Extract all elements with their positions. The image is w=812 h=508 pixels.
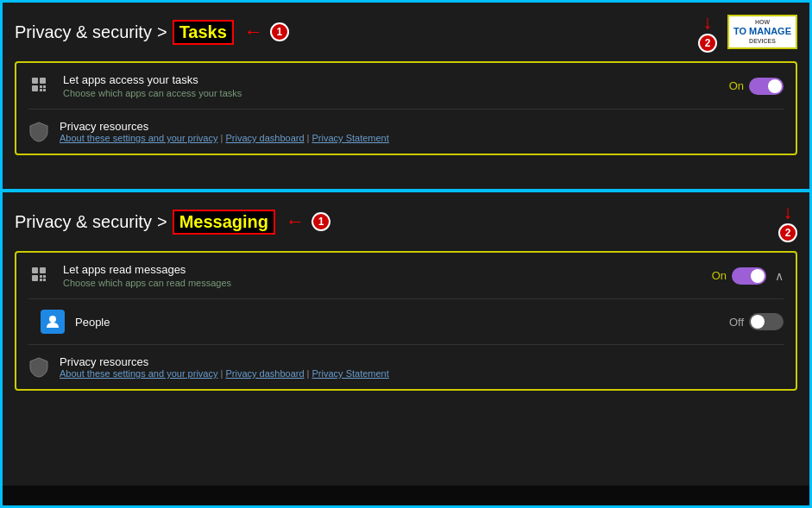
tasks-badge-2: 2 <box>698 34 717 53</box>
logo-line2: TO MANAGE <box>733 26 791 37</box>
messaging-arrow-down: ↓ <box>784 201 793 223</box>
messaging-toggle-label: On <box>712 269 727 282</box>
svg-rect-3 <box>40 85 42 88</box>
tasks-setting-icon <box>28 74 53 98</box>
tasks-toggle-label: On <box>729 79 744 92</box>
tasks-arrow-left: ← <box>244 21 263 43</box>
svg-rect-9 <box>32 275 38 281</box>
tasks-content-box: Let apps access your tasks Choose which … <box>15 61 797 155</box>
tasks-privacy-links: About these settings and your privacy | … <box>60 133 784 143</box>
messaging-breadcrumb-row: Privacy & security > Messaging ← 1 <box>15 210 330 235</box>
svg-rect-0 <box>32 78 38 84</box>
tasks-shield-icon <box>28 122 49 142</box>
tasks-privacy-text: Privacy resources About these settings a… <box>60 120 784 143</box>
tasks-setting-control[interactable]: On <box>729 78 784 95</box>
messaging-badge-2: 2 <box>778 223 797 242</box>
people-setting-control[interactable]: Off <box>729 313 784 330</box>
svg-rect-2 <box>32 85 38 91</box>
messaging-content-box: Let apps read messages Choose which apps… <box>15 251 797 391</box>
tasks-setting-row: Let apps access your tasks Choose which … <box>16 63 796 109</box>
tasks-header: Privacy & security > Tasks ← 1 ↓ 2 HOW T… <box>15 11 797 53</box>
people-toggle-label: Off <box>729 316 744 329</box>
messaging-title: Messaging <box>173 210 275 235</box>
messaging-privacy-text: Privacy resources About these settings a… <box>60 355 784 379</box>
tasks-setting-title: Let apps access your tasks <box>63 73 719 86</box>
logo-line1: HOW <box>733 19 791 26</box>
app-container: Privacy & security > Tasks ← 1 ↓ 2 HOW T… <box>0 0 812 508</box>
tasks-arrow-down: ↓ <box>702 11 712 34</box>
svg-rect-11 <box>43 275 46 278</box>
tasks-num2-area: ↓ 2 HOW TO MANAGE DEVICES <box>698 11 797 53</box>
svg-rect-7 <box>32 267 38 273</box>
messaging-setting-icon <box>28 264 53 288</box>
tasks-setting-text: Let apps access your tasks Choose which … <box>63 73 719 98</box>
people-app-icon <box>41 310 65 334</box>
messaging-setting-control[interactable]: On ∧ <box>712 267 784 285</box>
messaging-privacy-about[interactable]: About these settings and your privacy <box>60 368 217 379</box>
tasks-toggle[interactable] <box>749 78 784 95</box>
messaging-arrow-left: ← <box>286 210 305 233</box>
logo-line3: DEVICES <box>733 38 791 45</box>
messaging-shield-svg <box>29 357 48 378</box>
messaging-num2-area: ↓ 2 <box>778 201 797 242</box>
messaging-breadcrumb-text: Privacy & security <box>15 212 152 232</box>
tasks-badge-1: 1 <box>270 22 289 41</box>
messaging-privacy-statement[interactable]: Privacy Statement <box>312 368 389 379</box>
people-toggle[interactable] <box>749 313 784 330</box>
tasks-sep: > <box>157 22 167 42</box>
logo-badge: HOW TO MANAGE DEVICES <box>727 15 797 49</box>
messaging-setting-text: Let apps read messages Choose which apps… <box>63 263 702 288</box>
tasks-privacy-row: Privacy resources About these settings a… <box>16 110 796 154</box>
people-app-name: People <box>75 316 719 329</box>
tasks-privacy-about[interactable]: About these settings and your privacy <box>60 133 217 143</box>
messaging-sep: > <box>157 212 167 232</box>
tasks-privacy-title: Privacy resources <box>60 120 784 133</box>
svg-point-14 <box>49 316 56 323</box>
messaging-section: Privacy & security > Messaging ← 1 ↓ 2 <box>3 192 809 486</box>
tasks-toggle-thumb <box>768 79 782 93</box>
people-setting-text: People <box>75 316 719 329</box>
messaging-toggle[interactable] <box>732 267 766 285</box>
svg-rect-5 <box>40 89 42 91</box>
tasks-breadcrumb-row: Privacy & security > Tasks ← 1 <box>15 20 289 45</box>
messaging-header: Privacy & security > Messaging ← 1 ↓ 2 <box>15 201 797 242</box>
svg-rect-13 <box>43 279 46 281</box>
people-icon-svg <box>45 314 60 329</box>
messaging-privacy-links: About these settings and your privacy | … <box>60 368 784 379</box>
messaging-privacy-dashboard[interactable]: Privacy dashboard <box>225 368 304 379</box>
messaging-setting-row: Let apps read messages Choose which apps… <box>16 253 796 298</box>
svg-rect-4 <box>43 85 46 88</box>
people-app-row: People Off <box>16 299 796 344</box>
svg-rect-6 <box>43 89 46 91</box>
messaging-privacy-title: Privacy resources <box>60 355 784 368</box>
tasks-breadcrumb-text: Privacy & security <box>15 22 152 42</box>
messaging-icon-svg <box>30 266 51 286</box>
svg-rect-12 <box>40 279 42 281</box>
people-toggle-thumb <box>751 315 765 329</box>
messaging-chevron[interactable]: ∧ <box>775 269 784 283</box>
messaging-badge-1: 1 <box>312 212 330 231</box>
messaging-setting-subtitle: Choose which apps can read messages <box>63 278 702 288</box>
tasks-section: Privacy & security > Tasks ← 1 ↓ 2 HOW T… <box>3 3 809 192</box>
tasks-privacy-dashboard[interactable]: Privacy dashboard <box>225 133 304 143</box>
messaging-setting-title: Let apps read messages <box>63 263 702 276</box>
messaging-privacy-row: Privacy resources About these settings a… <box>16 345 796 389</box>
tasks-title: Tasks <box>173 20 234 45</box>
tasks-shield-svg <box>29 122 48 142</box>
svg-rect-10 <box>40 275 42 278</box>
tasks-icon-svg <box>30 76 51 97</box>
messaging-toggle-thumb <box>751 269 765 283</box>
svg-rect-8 <box>40 267 46 273</box>
svg-rect-1 <box>40 78 46 84</box>
tasks-setting-subtitle: Choose which apps can access your tasks <box>63 88 719 98</box>
tasks-privacy-statement[interactable]: Privacy Statement <box>312 133 389 143</box>
messaging-shield-icon <box>28 357 49 378</box>
